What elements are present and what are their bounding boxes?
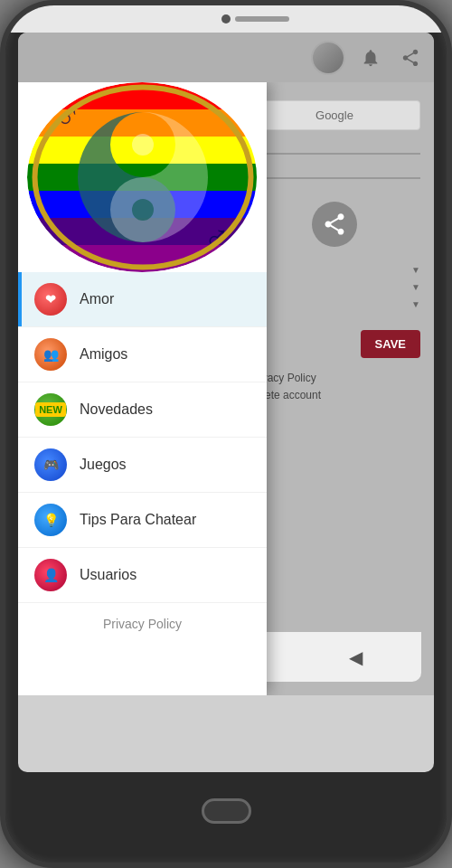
menu-item-tips[interactable]: 💡 Tips Para Chatear: [18, 493, 267, 548]
privacy-policy-link[interactable]: Privacy Policy: [249, 372, 420, 384]
usuarios-icon: 👤: [34, 559, 67, 591]
logo-circle: ♂ ♂: [27, 82, 258, 272]
menu-item-amor[interactable]: ❤ Amor: [18, 272, 267, 327]
delete-account-link[interactable]: Delete account: [249, 389, 420, 401]
phone-frame: Google ▼ ▼ ▼ SAVE Privacy Policy Delete …: [0, 0, 452, 868]
status-bar: [5, 5, 447, 33]
home-button[interactable]: [202, 798, 251, 824]
dropdown-3[interactable]: ▼: [249, 299, 420, 309]
amor-icon: ❤: [34, 283, 67, 316]
amigos-label: Amigos: [80, 346, 127, 363]
home-button-area: [190, 786, 262, 835]
menu-item-usuarios[interactable]: 👤 Usuarios: [18, 548, 267, 603]
juegos-label: Juegos: [80, 457, 127, 473]
tips-label: Tips Para Chatear: [80, 512, 196, 528]
top-bar: [18, 33, 434, 82]
svg-point-2: [132, 199, 154, 221]
bell-icon[interactable]: [356, 43, 385, 72]
back-nav-button[interactable]: ◀: [331, 639, 381, 675]
gender-symbol-top: ♂: [54, 96, 81, 137]
menu-item-novedades[interactable]: NEW Novedades: [18, 382, 267, 438]
tips-icon: 💡: [34, 504, 67, 536]
yin-yang-symbol: [71, 105, 215, 250]
svg-point-1: [132, 134, 154, 156]
speaker: [235, 16, 289, 22]
dropdown-1[interactable]: ▼: [249, 265, 420, 275]
menu-item-amigos[interactable]: 👥 Amigos: [18, 327, 267, 382]
amigos-icon: 👥: [34, 338, 67, 371]
save-button[interactable]: SAVE: [361, 330, 420, 358]
usuarios-label: Usuarios: [80, 567, 137, 583]
google-signin-button[interactable]: Google: [249, 100, 420, 130]
drawer: ♂ ♂ ❤ Amor 👥: [18, 82, 267, 695]
share-circle: [312, 202, 357, 247]
novedades-icon: NEW: [34, 393, 67, 426]
menu-item-juegos[interactable]: 🎮 Juegos: [18, 438, 267, 493]
amor-label: Amor: [80, 291, 114, 307]
drawer-menu: ❤ Amor 👥 Amigos NEW Noveda: [18, 272, 267, 645]
phone-screen: Google ▼ ▼ ▼ SAVE Privacy Policy Delete …: [18, 33, 434, 772]
juegos-icon: 🎮: [34, 448, 67, 481]
camera-dot: [221, 14, 231, 24]
drawer-header: ♂ ♂: [18, 82, 267, 272]
gender-symbol-bottom: ♂: [203, 218, 231, 259]
avatar[interactable]: [311, 41, 345, 75]
main-content: Google ▼ ▼ ▼ SAVE Privacy Policy Delete …: [18, 82, 434, 695]
dropdown-2[interactable]: ▼: [249, 282, 420, 292]
divider-2: [249, 177, 420, 179]
share-icon[interactable]: [396, 43, 425, 72]
divider-1: [249, 153, 420, 155]
privacy-label: Privacy Policy: [103, 617, 182, 631]
menu-item-privacy[interactable]: Privacy Policy: [18, 603, 267, 645]
novedades-label: Novedades: [80, 401, 153, 418]
